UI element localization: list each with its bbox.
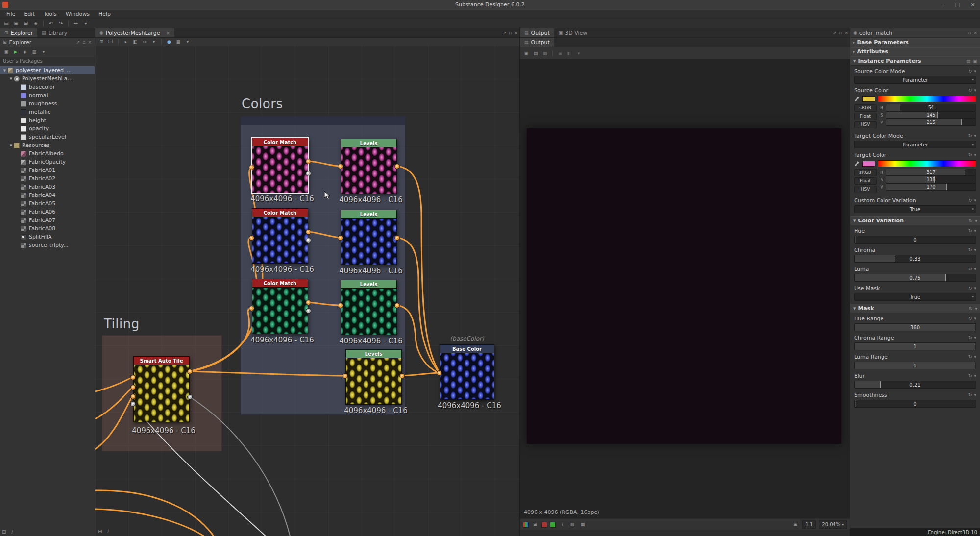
open-icon[interactable]: ▣ [12, 20, 21, 27]
menu-help[interactable]: Help [94, 10, 115, 18]
settings-dropdown-icon[interactable]: ▾ [184, 38, 192, 46]
filter-icon[interactable]: ◧ [565, 50, 573, 57]
rgb-channels-icon[interactable] [523, 522, 529, 528]
select-tool-icon[interactable]: ▸ [122, 38, 130, 46]
chevron-down-icon[interactable]: ▾ [974, 286, 976, 291]
chevron-down-icon[interactable]: ▾ [974, 335, 976, 340]
chevron-down-icon[interactable]: ▾ [974, 69, 976, 73]
info-icon[interactable]: i [11, 529, 12, 535]
graph-canvas[interactable]: Colors Tiling [95, 46, 519, 536]
chevron-down-icon[interactable]: ▾ [974, 392, 976, 397]
grid-toggle-icon[interactable]: ⊞ [2, 529, 6, 535]
chevron-down-icon[interactable]: ▾ [974, 198, 976, 203]
reset-icon[interactable]: ↻ [968, 228, 972, 233]
options-dropdown-icon[interactable]: ▾ [81, 20, 90, 27]
target-color-mode-dropdown[interactable]: Parameter ▾ [854, 141, 976, 148]
node-levels-3[interactable]: Levels [341, 280, 397, 335]
hue-field[interactable]: 54 [886, 104, 976, 111]
pin-panel-icon[interactable]: ▫ [509, 30, 512, 35]
histogram-icon[interactable]: ▨ [568, 521, 576, 528]
filter-icon[interactable]: ▨ [30, 49, 38, 56]
value-field[interactable]: 215 [886, 119, 976, 126]
eyedropper-icon[interactable] [854, 161, 860, 167]
reset-icon[interactable]: ↻ [969, 306, 973, 311]
output-connector[interactable] [394, 303, 400, 308]
info-overlay-icon[interactable]: i [558, 521, 566, 528]
material-preview-icon[interactable]: ● [165, 38, 173, 46]
menu-edit[interactable]: Edit [20, 10, 39, 18]
chevron-down-icon[interactable]: ▾ [974, 152, 976, 157]
reset-icon[interactable]: ↻ [968, 247, 972, 252]
hue-range-slider[interactable]: 360 [854, 323, 976, 331]
close-panel-icon[interactable]: × [514, 30, 518, 35]
chroma-range-slider[interactable]: 1 [854, 342, 976, 350]
tree-item-output[interactable]: specularLevel [0, 133, 95, 141]
hue-field[interactable]: 317 [886, 169, 976, 176]
folder-icon[interactable]: ▣ [973, 59, 977, 64]
pin-panel-icon[interactable]: ▫ [82, 40, 85, 45]
tab-output-inner[interactable]: ▤ Output [520, 38, 554, 47]
copy-icon[interactable]: ▤ [966, 59, 971, 64]
hue-slider[interactable]: 0 [854, 236, 976, 244]
tab-graph[interactable]: ◉ PolyesterMeshLarge × [95, 28, 174, 37]
tree-item-resource[interactable]: FabricA07 [0, 216, 95, 224]
chevron-down-icon[interactable]: ▾ [974, 228, 976, 233]
zoom-ratio-button[interactable]: 1:1 [802, 520, 816, 529]
section-color-variation[interactable]: ▼ Color Variation ↻▾ [850, 216, 980, 225]
expander-icon[interactable]: ▼ [8, 77, 14, 81]
tree-item-resource[interactable]: FabricA06 [0, 208, 95, 216]
output-connector[interactable] [306, 159, 311, 164]
luma-range-slider[interactable]: 1 [854, 362, 976, 369]
tree-item-output[interactable]: opacity [0, 124, 95, 133]
chevron-down-icon[interactable]: ▾ [974, 88, 976, 93]
input-connector[interactable] [437, 370, 442, 376]
reset-icon[interactable]: ↻ [968, 392, 972, 397]
output-connector[interactable] [399, 373, 405, 379]
tree-item-output[interactable]: height [0, 116, 95, 124]
link-resource-icon[interactable]: ◈ [21, 49, 29, 56]
tree-item-resource[interactable]: FabricA03 [0, 183, 95, 191]
tree-item-graph[interactable]: ▼ PolyesterMeshLa... [0, 74, 95, 83]
input-connector[interactable] [130, 375, 136, 380]
output-connector[interactable] [394, 235, 400, 241]
saturation-field[interactable]: 138 [886, 176, 976, 183]
fit-icon[interactable]: ⊞ [791, 521, 799, 528]
value-field[interactable]: 170 [886, 183, 976, 191]
snap-icon[interactable]: ◧ [131, 38, 139, 46]
tree-item-output[interactable]: basecolor [0, 83, 95, 91]
pin-panel-icon[interactable]: ▫ [968, 30, 971, 35]
close-panel-icon[interactable]: × [973, 30, 977, 35]
section-mask[interactable]: ▼ Mask ↻▾ [850, 304, 980, 313]
chevron-down-icon[interactable]: ▾ [974, 373, 976, 378]
settings-icon[interactable]: ▦ [174, 38, 182, 46]
section-instance-parameters[interactable]: ▼ Instance Parameters ▤ ▣ [850, 56, 980, 66]
reset-icon[interactable]: ↻ [968, 198, 972, 203]
background-icon[interactable]: ▥ [541, 50, 549, 57]
save-image-icon[interactable]: ▣ [522, 50, 530, 57]
reset-icon[interactable]: ↻ [968, 88, 972, 93]
node-levels-2[interactable]: Levels [341, 210, 397, 265]
link-icon[interactable]: ↔ [72, 20, 80, 27]
input-connector[interactable] [130, 394, 136, 399]
output-connector-unused[interactable] [187, 394, 193, 400]
play-icon[interactable]: ▶ [12, 49, 20, 56]
minimize-button[interactable]: – [936, 0, 951, 10]
link-dropdown-icon[interactable]: ▾ [150, 38, 158, 46]
tab-explorer[interactable]: ⊞ Explorer [0, 28, 37, 37]
input-connector[interactable] [249, 165, 254, 170]
tree-item-resource[interactable]: source_tripty... [0, 241, 95, 249]
chroma-slider[interactable]: 0.33 [854, 255, 976, 263]
checker-icon[interactable]: ⊞ [531, 521, 539, 528]
custom-color-variation-dropdown[interactable]: True ▾ [854, 205, 976, 213]
export-icon[interactable]: ◈ [31, 20, 40, 27]
viewer-2d-canvas[interactable] [520, 59, 850, 518]
reset-icon[interactable]: ↻ [968, 286, 972, 291]
tree-item-output[interactable]: roughness [0, 99, 95, 108]
output-connector[interactable] [394, 164, 400, 169]
input-connector[interactable] [338, 303, 343, 308]
tree-item-resource[interactable]: FabricA08 [0, 224, 95, 233]
tiling-icon[interactable]: ⊞ [556, 50, 564, 57]
node-base-color[interactable]: Base Color [440, 344, 494, 400]
red-channel-icon[interactable] [541, 522, 547, 528]
tree-item-resource[interactable]: FabricA04 [0, 191, 95, 199]
